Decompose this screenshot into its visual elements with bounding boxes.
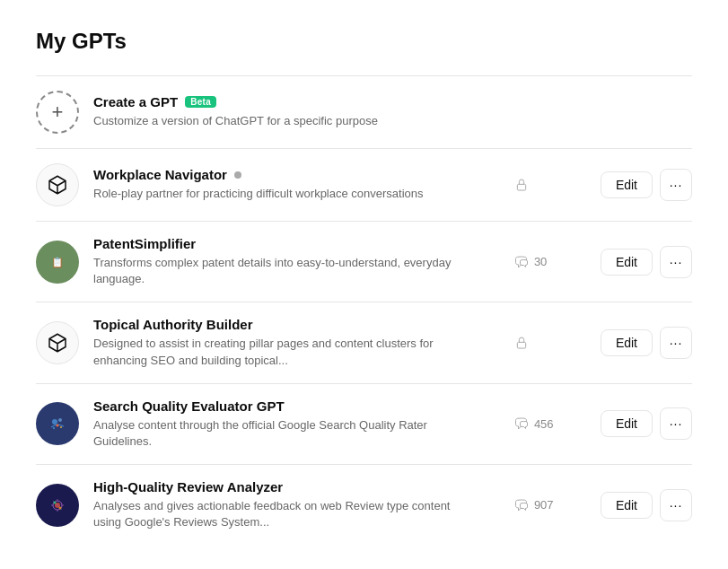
patent-simplifier-stat-value: 30 — [534, 255, 547, 268]
svg-point-14 — [59, 506, 62, 509]
list-item: High-Quality Review Analyzer Analyses an… — [36, 465, 692, 545]
patent-simplifier-name: PatentSimplifier — [93, 236, 196, 251]
workplace-navigator-desc: Role-play partner for practicing difficu… — [93, 186, 452, 202]
topical-authority-icon — [36, 321, 79, 364]
patent-avatar-icon: 📋 — [47, 251, 68, 273]
create-gpt-name: Create a GPT — [93, 94, 178, 109]
search-quality-name-row: Search Quality Evaluator GPT — [93, 398, 514, 414]
create-gpt-name-row: Create a GPT Beta — [93, 94, 692, 109]
page-container: My GPTs + Create a GPT Beta Customize a … — [0, 0, 728, 569]
review-analyzer-icon — [36, 484, 79, 527]
topical-authority-edit-button[interactable]: Edit — [601, 329, 653, 356]
topical-authority-name-row: Topical Authority Builder — [93, 317, 514, 332]
workplace-navigator-actions: Edit ··· — [601, 169, 692, 201]
plus-icon: + — [52, 102, 64, 122]
patent-simplifier-name-row: PatentSimplifier — [93, 236, 514, 251]
search-quality-icon — [36, 402, 79, 445]
review-analyzer-info: High-Quality Review Analyzer Analyses an… — [93, 479, 514, 530]
topical-authority-actions: Edit ··· — [601, 327, 692, 359]
svg-rect-4 — [47, 413, 68, 434]
patent-simplifier-more-button[interactable]: ··· — [660, 246, 692, 278]
chat-icon-3 — [514, 498, 529, 512]
search-quality-desc: Analyse content through the official Goo… — [93, 417, 452, 450]
svg-point-6 — [58, 418, 62, 422]
gpt-list: + Create a GPT Beta Customize a version … — [36, 76, 692, 546]
svg-rect-3 — [517, 342, 525, 348]
svg-point-9 — [53, 427, 56, 430]
status-dot — [234, 171, 241, 179]
review-analyzer-avatar — [47, 495, 68, 516]
create-gpt-info: Create a GPT Beta Customize a version of… — [93, 94, 692, 129]
topical-authority-stats — [514, 336, 586, 350]
workplace-navigator-name-row: Workplace Navigator — [93, 167, 514, 182]
review-analyzer-edit-button[interactable]: Edit — [601, 492, 653, 519]
create-gpt-desc: Customize a version of ChatGPT for a spe… — [93, 113, 452, 129]
topical-authority-desc: Designed to assist in creating pillar pa… — [93, 336, 452, 368]
review-analyzer-stat-value: 907 — [534, 498, 554, 512]
topical-authority-name: Topical Authority Builder — [93, 317, 253, 332]
list-item: Topical Authority Builder Designed to as… — [36, 302, 692, 383]
search-quality-stats: 456 — [514, 416, 586, 431]
search-quality-name: Search Quality Evaluator GPT — [93, 398, 285, 414]
workplace-navigator-name: Workplace Navigator — [93, 167, 227, 182]
svg-point-7 — [57, 425, 59, 427]
svg-text:📋: 📋 — [51, 256, 64, 268]
list-item: Workplace Navigator Role-play partner fo… — [36, 149, 692, 222]
create-gpt-icon: + — [36, 91, 79, 134]
review-analyzer-name-row: High-Quality Review Analyzer — [93, 479, 514, 495]
patent-simplifier-info: PatentSimplifier Transforms complex pate… — [93, 236, 514, 287]
chat-icon-2 — [514, 416, 529, 431]
search-quality-avatar — [47, 413, 68, 434]
workplace-navigator-stats — [514, 178, 586, 192]
search-quality-actions: Edit ··· — [601, 407, 692, 440]
patent-simplifier-edit-button[interactable]: Edit — [601, 249, 653, 276]
workplace-navigator-edit-button[interactable]: Edit — [601, 171, 653, 198]
patent-simplifier-desc: Transforms complex patent details into e… — [93, 255, 452, 287]
beta-badge: Beta — [185, 96, 216, 108]
chat-icon — [514, 255, 529, 269]
svg-point-5 — [52, 419, 57, 425]
page-title: My GPTs — [36, 29, 692, 54]
lock-icon-2 — [514, 336, 529, 350]
review-analyzer-desc: Analyses and gives actionable feedback o… — [93, 498, 452, 530]
review-analyzer-more-button[interactable]: ··· — [660, 489, 692, 521]
review-analyzer-name: High-Quality Review Analyzer — [93, 479, 283, 495]
topical-authority-more-button[interactable]: ··· — [660, 327, 692, 359]
search-quality-info: Search Quality Evaluator GPT Analyse con… — [93, 398, 514, 450]
lock-icon — [514, 178, 529, 192]
search-quality-stat-value: 456 — [534, 417, 554, 431]
workplace-navigator-more-button[interactable]: ··· — [660, 169, 692, 201]
svg-rect-0 — [517, 184, 525, 190]
patent-simplifier-stats: 30 — [514, 255, 586, 269]
list-item: 📋 PatentSimplifier Transforms complex pa… — [36, 222, 692, 302]
list-item: Search Quality Evaluator GPT Analyse con… — [36, 384, 692, 465]
search-quality-more-button[interactable]: ··· — [660, 407, 692, 440]
workplace-navigator-icon — [36, 163, 79, 206]
svg-point-8 — [60, 426, 62, 428]
create-gpt-item[interactable]: + Create a GPT Beta Customize a version … — [36, 76, 692, 149]
cube-icon-2 — [47, 332, 68, 354]
cube-icon — [47, 174, 68, 196]
workplace-navigator-info: Workplace Navigator Role-play partner fo… — [93, 167, 514, 202]
search-quality-edit-button[interactable]: Edit — [601, 410, 653, 437]
patent-simplifier-icon: 📋 — [36, 241, 79, 284]
topical-authority-info: Topical Authority Builder Designed to as… — [93, 317, 514, 368]
svg-point-13 — [54, 501, 57, 503]
review-analyzer-stats: 907 — [514, 498, 586, 512]
patent-simplifier-actions: Edit ··· — [601, 246, 692, 278]
review-analyzer-actions: Edit ··· — [601, 489, 692, 521]
